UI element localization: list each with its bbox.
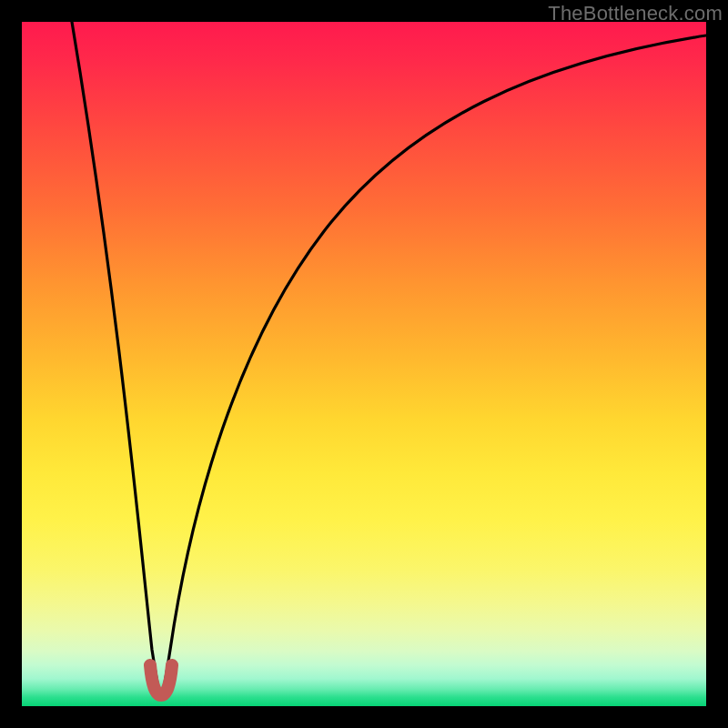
- watermark-text: TheBottleneck.com: [548, 2, 723, 25]
- curve-path: [72, 22, 706, 695]
- chart-frame: TheBottleneck.com: [0, 0, 728, 728]
- bottleneck-curve: [22, 22, 706, 706]
- plot-area: [22, 22, 706, 706]
- optimal-point-marker: [150, 665, 172, 695]
